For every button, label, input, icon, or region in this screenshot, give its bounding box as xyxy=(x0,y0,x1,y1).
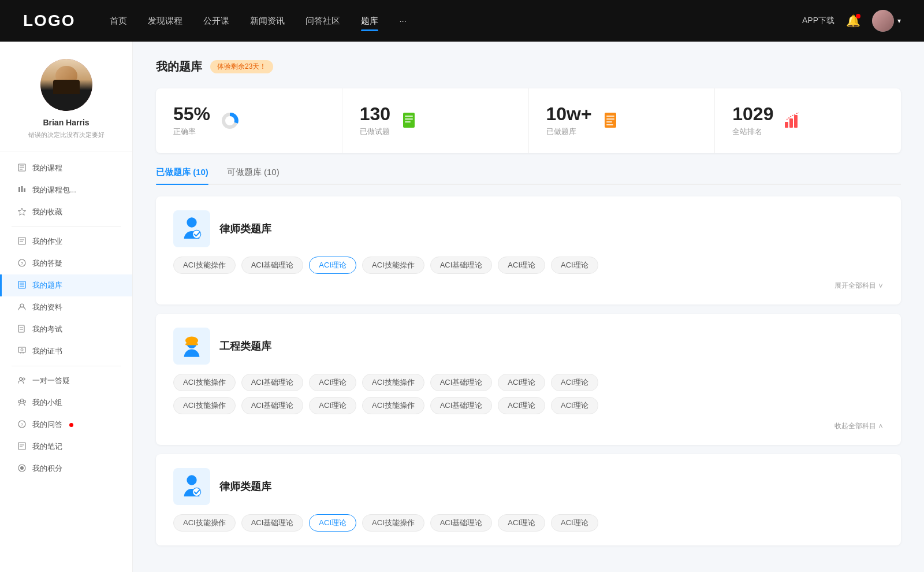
sidebar-avatar xyxy=(40,59,92,111)
svg-point-28 xyxy=(18,400,21,403)
nav-link-open[interactable]: 公开课 xyxy=(203,13,229,29)
svg-point-25 xyxy=(20,377,23,380)
svg-rect-5 xyxy=(21,186,23,192)
page-header: 我的题库 体验剩余23天！ xyxy=(156,59,901,75)
app-download-button[interactable]: APP下载 xyxy=(802,16,834,26)
nav-link-news[interactable]: 新闻资讯 xyxy=(250,13,285,29)
course-package-icon xyxy=(17,185,27,195)
svg-point-27 xyxy=(21,399,24,402)
sidebar-item-profile[interactable]: 我的资料 xyxy=(0,296,132,318)
stat-correct-rate-text: 55% 正确率 xyxy=(173,105,210,137)
bank-tag[interactable]: ACI基础理论 xyxy=(241,397,304,414)
nav-link-home[interactable]: 首页 xyxy=(110,13,127,29)
sidebar-item-group[interactable]: 我的小组 xyxy=(0,392,132,414)
bank-tag[interactable]: ACI基础理论 xyxy=(241,257,304,274)
sidebar-item-group-label: 我的小组 xyxy=(32,398,62,408)
sidebar-item-notes[interactable]: 我的笔记 xyxy=(0,436,132,458)
nav-link-discover[interactable]: 发现课程 xyxy=(148,13,182,29)
notification-bell[interactable]: 🔔 xyxy=(846,14,860,28)
svg-rect-8 xyxy=(18,237,25,244)
bank-tag[interactable]: ACI基础理论 xyxy=(430,257,493,274)
bank-tag[interactable]: ACI技能操作 xyxy=(362,374,424,391)
bank-tag[interactable]: ACI技能操作 xyxy=(362,397,424,414)
bank-tag[interactable]: ACI技能操作 xyxy=(173,257,236,274)
bank-tag[interactable]: ACI理论 xyxy=(309,374,356,391)
bank-tag[interactable]: ACI理论 xyxy=(551,397,598,414)
sidebar-item-notes-label: 我的笔记 xyxy=(32,441,62,452)
nav-link-more[interactable]: ··· xyxy=(399,13,407,29)
favorites-icon xyxy=(17,207,27,217)
stat-site-rank-value: 1029 xyxy=(732,105,773,123)
sidebar-item-one-on-one-label: 一对一答疑 xyxy=(32,376,70,386)
bank-tag[interactable]: ACI理论 xyxy=(498,374,545,391)
sidebar-item-qa[interactable]: ? 我的答疑 xyxy=(0,252,132,274)
svg-point-38 xyxy=(225,116,234,125)
sidebar-item-favorites-label: 我的收藏 xyxy=(32,207,62,217)
sidebar-item-points[interactable]: 我的积分 xyxy=(0,458,132,480)
bank-card-1-footer: 展开全部科目 ∨ xyxy=(173,280,884,291)
svg-rect-18 xyxy=(18,325,24,332)
bank-tag[interactable]: ACI理论 xyxy=(498,397,545,414)
sidebar-item-questions[interactable]: ? 我的问答 xyxy=(0,414,132,436)
bank-tag-active[interactable]: ACI理论 xyxy=(309,514,356,532)
bank-tag-active[interactable]: ACI理论 xyxy=(309,257,356,274)
notes-icon xyxy=(17,442,27,452)
bank-tag[interactable]: ACI技能操作 xyxy=(362,257,424,274)
stat-done-banks-value: 10w+ xyxy=(546,105,592,123)
bank-tag[interactable]: ACI基础理论 xyxy=(430,397,493,414)
collapse-all-link-2[interactable]: 收起全部科目 ∧ xyxy=(834,422,884,430)
sidebar-item-one-on-one[interactable]: 一对一答疑 xyxy=(0,370,132,392)
svg-point-26 xyxy=(23,378,25,380)
svg-rect-4 xyxy=(18,187,20,192)
sidebar-item-points-label: 我的积分 xyxy=(32,463,62,474)
bank-tag[interactable]: ACI基础理论 xyxy=(430,374,493,391)
bank-tag[interactable]: ACI理论 xyxy=(551,514,598,532)
bank-card-1-tags: ACI技能操作 ACI基础理论 ACI理论 ACI技能操作 ACI基础理论 AC… xyxy=(173,257,884,274)
bank-icon xyxy=(17,281,27,291)
sidebar-item-course-package[interactable]: 我的课程包... xyxy=(0,179,132,201)
sidebar-item-bank[interactable]: 我的题库 xyxy=(0,274,132,296)
sidebar-item-courses[interactable]: 我的课程 xyxy=(0,157,132,179)
svg-rect-32 xyxy=(18,443,25,450)
sidebar-user-name: Brian Harris xyxy=(43,118,89,127)
bank-tag[interactable]: ACI理论 xyxy=(551,374,598,391)
bank-card-lawyer-2: 律师类题库 ACI技能操作 ACI基础理论 ACI理论 ACI技能操作 ACI基… xyxy=(156,454,901,545)
sidebar-item-homework[interactable]: 我的作业 xyxy=(0,231,132,252)
bank-tag[interactable]: ACI基础理论 xyxy=(430,514,493,532)
svg-rect-40 xyxy=(405,116,413,117)
svg-point-29 xyxy=(24,400,26,403)
main-content: 我的题库 体验剩余23天！ 55% 正确率 xyxy=(133,42,924,572)
sidebar-item-favorites[interactable]: 我的收藏 xyxy=(0,201,132,223)
sidebar-profile: Brian Harris 错误的决定比没有决定要好 xyxy=(0,59,132,151)
svg-text:?: ? xyxy=(21,261,24,266)
stat-correct-rate-label: 正确率 xyxy=(173,127,210,137)
user-menu[interactable]: ▾ xyxy=(872,10,901,32)
sidebar-item-certificate[interactable]: 我的证书 xyxy=(0,340,132,362)
bank-tag[interactable]: ACI技能操作 xyxy=(173,514,236,532)
bank-card-1-icon xyxy=(173,210,210,247)
bank-card-2-icon xyxy=(173,328,210,365)
bank-card-3-icon xyxy=(173,468,210,505)
svg-point-51 xyxy=(187,217,196,227)
tab-done-banks[interactable]: 已做题库 (10) xyxy=(156,167,208,184)
stat-correct-rate: 55% 正确率 xyxy=(156,88,342,153)
bank-tag[interactable]: ACI基础理论 xyxy=(241,514,304,532)
bank-tag[interactable]: ACI技能操作 xyxy=(362,514,424,532)
tab-available-banks[interactable]: 可做题库 (10) xyxy=(227,167,280,184)
svg-rect-6 xyxy=(24,188,25,192)
nav-link-bank[interactable]: 题库 xyxy=(361,13,378,29)
svg-rect-47 xyxy=(606,124,613,125)
bank-tag[interactable]: ACI基础理论 xyxy=(241,374,304,391)
nav-dropdown-arrow[interactable]: ▾ xyxy=(897,17,901,25)
stat-done-banks-label: 已做题库 xyxy=(546,127,592,137)
bank-tag[interactable]: ACI理论 xyxy=(498,257,545,274)
bank-tag[interactable]: ACI技能操作 xyxy=(173,374,236,391)
bank-tag[interactable]: ACI理论 xyxy=(551,257,598,274)
nav-link-qa[interactable]: 问答社区 xyxy=(305,13,340,29)
expand-all-link-1[interactable]: 展开全部科目 ∨ xyxy=(834,281,884,289)
bank-tag[interactable]: ACI理论 xyxy=(309,397,356,414)
sidebar-item-exam[interactable]: 我的考试 xyxy=(0,318,132,340)
svg-rect-50 xyxy=(794,115,798,128)
bank-tag[interactable]: ACI理论 xyxy=(498,514,545,532)
bank-tag[interactable]: ACI技能操作 xyxy=(173,397,236,414)
